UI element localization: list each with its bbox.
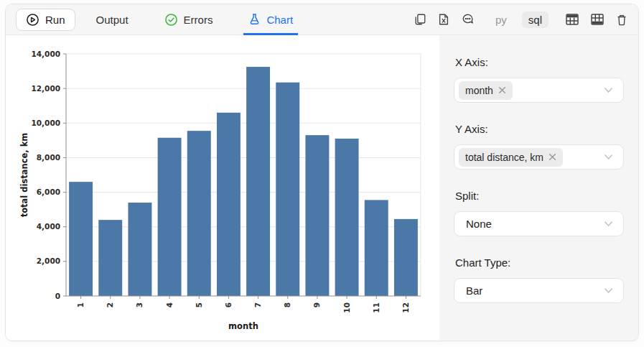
copy-icon[interactable] xyxy=(414,13,426,26)
y-axis-tag: total distance, km xyxy=(459,148,563,167)
bar xyxy=(276,83,299,296)
table-header-icon[interactable] xyxy=(565,13,579,26)
x-tick-label: 5 xyxy=(195,302,203,307)
tab-errors[interactable]: Errors xyxy=(162,4,215,35)
y-tick-label: 14,000 xyxy=(31,50,60,58)
cell-toolbar: Run Output Errors xyxy=(6,4,638,35)
toolbar-actions: py sql xyxy=(414,11,628,28)
flask-icon xyxy=(248,13,261,26)
bar xyxy=(246,67,270,296)
bar xyxy=(365,200,388,296)
chevron-down-icon xyxy=(604,221,613,227)
x-tick-label: 7 xyxy=(253,302,262,307)
y-axis-select[interactable]: total distance, km xyxy=(454,144,624,170)
chart-type-label: Chart Type: xyxy=(455,256,624,269)
bar xyxy=(128,203,151,296)
bar xyxy=(335,139,359,296)
x-tick-label: 12 xyxy=(401,302,410,313)
y-tick-label: 0 xyxy=(55,292,60,300)
split-select[interactable]: None xyxy=(454,211,624,236)
x-tick-label: 3 xyxy=(135,302,144,307)
chart-type-select[interactable]: Bar xyxy=(454,278,624,303)
tab-label: Output xyxy=(96,14,129,26)
x-axis-tag: month xyxy=(459,81,513,100)
table-footer-icon[interactable] xyxy=(590,13,605,26)
split-value: None xyxy=(459,218,492,230)
export-file-icon[interactable] xyxy=(437,13,450,26)
trash-icon[interactable] xyxy=(615,13,628,27)
x-tick-label: 10 xyxy=(342,302,351,313)
lang-toggle-sql[interactable]: sql xyxy=(522,11,549,28)
y-axis-label: Y Axis: xyxy=(455,123,624,135)
chevron-down-icon xyxy=(604,87,613,93)
tab-chart[interactable]: Chart xyxy=(246,4,295,35)
split-label: Split: xyxy=(455,190,624,202)
tab-label: Chart xyxy=(266,14,293,26)
x-tick-label: 4 xyxy=(165,302,174,307)
check-circle-icon xyxy=(164,13,178,27)
run-button[interactable]: Run xyxy=(16,9,75,31)
notebook-cell: Run Output Errors xyxy=(5,4,639,341)
y-tick-label: 12,000 xyxy=(31,84,60,93)
tab-output[interactable]: Output xyxy=(94,4,131,35)
comment-icon[interactable] xyxy=(461,13,475,26)
x-axis-select[interactable]: month xyxy=(454,78,624,103)
x-axis-title: month xyxy=(228,321,258,331)
x-tick-label: 11 xyxy=(372,302,381,313)
lang-toggle-py[interactable]: py xyxy=(491,11,511,28)
bar-chart: 02,0004,0006,0008,00010,00012,00014,0001… xyxy=(6,35,438,337)
bar xyxy=(305,135,329,296)
x-tick-label: 2 xyxy=(106,302,114,307)
cell-output-area: 02,0004,0006,0008,00010,00012,00014,0001… xyxy=(6,35,638,341)
bar xyxy=(158,138,182,296)
y-tick-label: 2,000 xyxy=(37,256,60,265)
x-axis-label: X Axis: xyxy=(455,56,624,68)
y-tick-label: 4,000 xyxy=(37,222,60,231)
play-circle-icon xyxy=(26,13,39,27)
bar xyxy=(98,220,122,296)
run-label: Run xyxy=(45,14,65,26)
bar xyxy=(217,113,241,296)
x-tick-label: 8 xyxy=(283,302,291,307)
tab-bar: Output Errors Chart xyxy=(94,4,327,35)
y-tick-label: 6,000 xyxy=(37,188,60,196)
x-tick-label: 6 xyxy=(224,302,233,307)
chart-container: 02,0004,0006,0008,00010,00012,00014,0001… xyxy=(6,35,439,341)
chevron-down-icon xyxy=(604,287,613,294)
chart-type-value: Bar xyxy=(459,284,482,297)
chart-settings-panel: X Axis: month Y Axis: xyxy=(439,35,638,341)
y-axis-title: total distance, km xyxy=(19,133,29,218)
tab-label: Errors xyxy=(184,14,213,26)
bar xyxy=(187,131,211,296)
bar xyxy=(69,182,93,296)
y-tick-label: 10,000 xyxy=(31,119,60,127)
remove-tag-icon[interactable] xyxy=(498,86,506,94)
remove-tag-icon[interactable] xyxy=(549,153,556,161)
x-axis-tag-value: month xyxy=(465,85,493,96)
chevron-down-icon xyxy=(604,154,613,160)
bar xyxy=(394,219,418,296)
x-tick-label: 1 xyxy=(76,302,85,307)
x-tick-label: 9 xyxy=(312,302,321,307)
y-axis-tag-value: total distance, km xyxy=(465,152,543,163)
y-tick-label: 8,000 xyxy=(37,153,60,162)
